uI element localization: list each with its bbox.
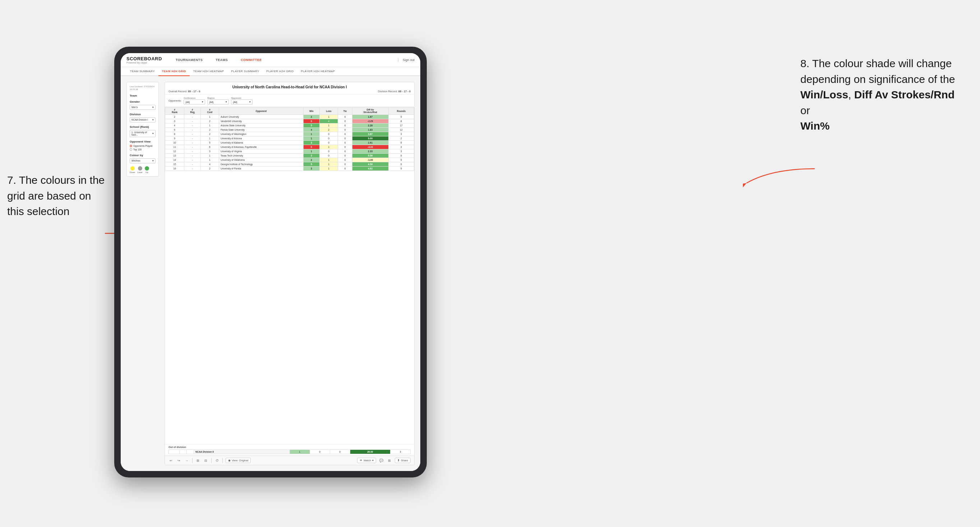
cell-rounds: 9	[388, 167, 414, 171]
table-row: 13 - 1 Texas Tech University 3 0 0 5.56 …	[165, 154, 414, 158]
cell-tie: 0	[338, 158, 352, 162]
filter-row: Opponents: Conference (All)▾ Region (All…	[165, 95, 414, 107]
table-row: 3 - 2 Vanderbilt University 0 4 0 -2.29 …	[165, 119, 414, 124]
cell-conf: 1	[200, 158, 219, 162]
cell-tie: 0	[338, 167, 352, 171]
grid-records: Overall Record: 89 - 17 - 0 Division Rec…	[169, 90, 410, 93]
colour-by-dropdown[interactable]: Win/loss ▾	[130, 158, 156, 163]
bottom-toolbar: ↩ ↪ → ⊞ ⊟ ⏱ ◉ View: Original 👁	[165, 456, 414, 465]
region-select[interactable]: (All)▾	[207, 100, 229, 105]
cell-rank: 14	[165, 158, 184, 162]
comment-icon[interactable]: 💬	[379, 458, 384, 463]
cell-loss: 1	[319, 167, 338, 171]
layout-icon[interactable]: ⊞	[387, 458, 392, 463]
gender-dropdown[interactable]: Men's ▾	[130, 105, 156, 110]
cell-diff: 4.62	[352, 167, 388, 171]
col-opponent: Opponent	[219, 107, 303, 115]
cell-diff: 2.33	[352, 149, 388, 154]
ood-rounds: 3	[390, 450, 410, 454]
tab-player-h2h-grid[interactable]: PLAYER H2H GRID	[263, 67, 298, 76]
cell-win: 3	[304, 167, 320, 171]
cell-rounds: 9	[388, 115, 414, 119]
cell-opponent: Georgia Institute of Technology	[219, 162, 303, 167]
nav-tournaments[interactable]: TOURNAMENTS	[173, 57, 205, 63]
grid-panel: University of North Carolina Head-to-Hea…	[164, 82, 415, 465]
annotation-left: 7. The colours in the grid are based on …	[7, 172, 108, 219]
last-updated: Last Updated: 27/03/2024 16:55:38	[130, 85, 156, 91]
view-original-button[interactable]: ◉ View: Original	[226, 458, 251, 463]
tab-team-h2h-grid[interactable]: TEAM H2H GRID	[158, 67, 190, 76]
conference-select[interactable]: (All)▾	[184, 100, 205, 105]
cell-tie: 0	[338, 115, 352, 119]
table-row: 9 - 1 University of Arizona 1 0 0 9.00 2	[165, 137, 414, 141]
division-dropdown[interactable]: NCAA Division I ▾	[130, 117, 156, 122]
cell-diff: 3.67	[352, 132, 388, 137]
cell-conf: 2	[200, 119, 219, 124]
nav-teams[interactable]: TEAMS	[213, 57, 230, 63]
ood-tie: 0	[330, 450, 350, 454]
nav-committee[interactable]: COMMITTEE	[239, 57, 264, 63]
clock-icon[interactable]: ⏱	[215, 458, 220, 463]
paste-icon[interactable]: ⊟	[203, 458, 208, 463]
out-of-division: Out of division NCAA Division II 1 0 0	[165, 444, 414, 456]
opponent-view-label: Opponent View	[130, 140, 156, 143]
sidebar-panel: Last Updated: 27/03/2024 16:55:38 Team G…	[126, 82, 159, 177]
table-row: 11 - 6 University of Arkansas, Fayettevi…	[165, 145, 414, 149]
h2h-table: #Rank #Reg #Conf Opponent Win Loss Tie D…	[165, 107, 414, 171]
cell-rounds: 9	[388, 158, 414, 162]
toolbar-div1	[192, 458, 192, 463]
opponent-select[interactable]: (All)▾	[231, 100, 253, 105]
radio-top100[interactable]: Top 100	[130, 148, 156, 151]
cell-reg: -	[184, 167, 201, 171]
school-field[interactable]: 1. University of Nort... ▾	[130, 130, 156, 137]
cell-opponent: University of Florida	[219, 167, 303, 171]
tab-player-h2h-heatmap[interactable]: PLAYER H2H HEATMAP	[297, 67, 339, 76]
cell-loss: 1	[319, 158, 338, 162]
cell-win: 1	[304, 149, 320, 154]
cell-rounds: 8	[388, 141, 414, 145]
legend-up-dot	[145, 166, 149, 170]
ood-division: NCAA Division II	[194, 450, 290, 454]
overall-record: Overall Record: 89 - 17 - 0	[169, 90, 200, 93]
cell-diff: -4.33	[352, 145, 388, 149]
cell-conf: 5	[200, 141, 219, 145]
cell-tie: 0	[338, 141, 352, 145]
cell-win: 4	[304, 128, 320, 132]
share-button[interactable]: ⬆ Share	[395, 458, 410, 463]
team-label: Team	[130, 94, 156, 97]
cell-win: 3	[304, 141, 320, 145]
tab-player-summary[interactable]: PLAYER SUMMARY	[228, 67, 262, 76]
watch-button[interactable]: 👁 Watch ▾	[357, 458, 376, 463]
cell-rank: 4	[165, 124, 184, 128]
col-diff: Diff AvStrokes/Rnd	[352, 107, 388, 115]
sign-out-link[interactable]: Sign out	[398, 58, 415, 62]
cell-loss: 1	[319, 145, 338, 149]
cell-loss: 0	[319, 149, 338, 154]
cell-rounds: 9	[388, 154, 414, 158]
col-conf: #Conf	[200, 107, 219, 115]
top-navigation: SCOREBOARD Powered by clippd TOURNAMENTS…	[121, 53, 420, 67]
cell-rank: 13	[165, 154, 184, 158]
ood-loss: 0	[310, 450, 330, 454]
undo-icon[interactable]: ↩	[169, 458, 173, 463]
toolbar-div2	[211, 458, 212, 463]
cell-rounds: 17	[388, 124, 414, 128]
cell-tie: 0	[338, 162, 352, 167]
radio-opponents-played[interactable]: Opponents Played	[130, 144, 156, 147]
view-icon: ◉	[228, 459, 231, 462]
tab-team-summary[interactable]: TEAM SUMMARY	[126, 67, 158, 76]
annotation-left-text: 7. The colours in the grid are based on …	[7, 174, 105, 217]
cell-tie: 0	[338, 128, 352, 132]
cell-diff: 9.00	[352, 137, 388, 141]
table-row: 12 - 3 University of Virginia 1 0 0 2.33…	[165, 149, 414, 154]
cell-loss: 1	[319, 124, 338, 128]
tab-team-h2h-heatmap[interactable]: TEAM H2H HEATMAP	[190, 67, 228, 76]
redo-icon[interactable]: ↪	[177, 458, 181, 463]
cell-reg: -	[184, 119, 201, 124]
cell-conf: 1	[200, 154, 219, 158]
forward-icon[interactable]: →	[184, 458, 189, 463]
cell-rank: 6	[165, 128, 184, 132]
grid-main-title: University of North Carolina Head-to-Hea…	[169, 85, 410, 89]
cell-conf: 1	[200, 124, 219, 128]
copy-icon[interactable]: ⊞	[196, 458, 200, 463]
